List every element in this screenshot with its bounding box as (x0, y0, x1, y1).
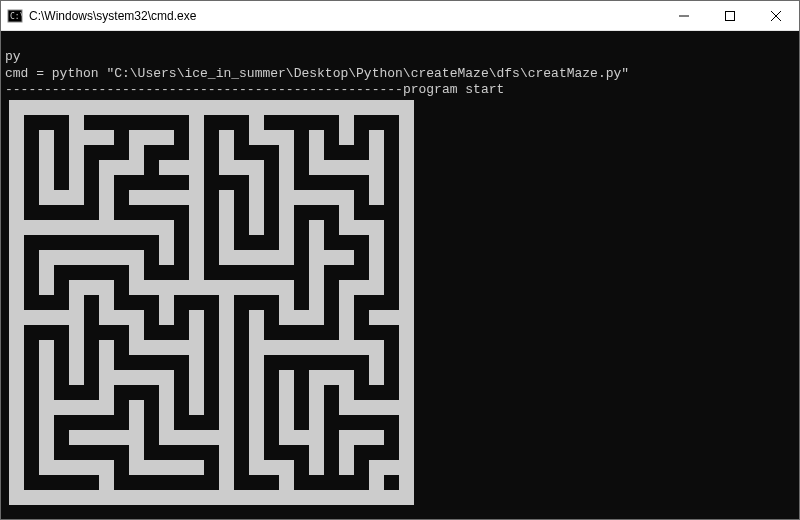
minimize-button[interactable] (661, 1, 707, 30)
close-button[interactable] (753, 1, 799, 30)
maximize-button[interactable] (707, 1, 753, 30)
window-title: C:\Windows\system32\cmd.exe (29, 9, 661, 23)
program-start-line: ----------------------------------------… (5, 82, 504, 97)
maze-display (9, 100, 795, 505)
console-line-py: py (5, 49, 21, 64)
cmd-icon: C:\ (7, 8, 23, 24)
svg-rect-3 (726, 11, 735, 20)
console-line-cmd: cmd = python "C:\Users\ice_in_summer\Des… (5, 66, 629, 81)
cmd-window: C:\ C:\Windows\system32\cmd.exe py cmd =… (0, 0, 800, 520)
console-output[interactable]: py cmd = python "C:\Users\ice_in_summer\… (1, 31, 799, 519)
titlebar[interactable]: C:\ C:\Windows\system32\cmd.exe (1, 1, 799, 31)
window-controls (661, 1, 799, 30)
svg-text:C:\: C:\ (10, 12, 23, 21)
